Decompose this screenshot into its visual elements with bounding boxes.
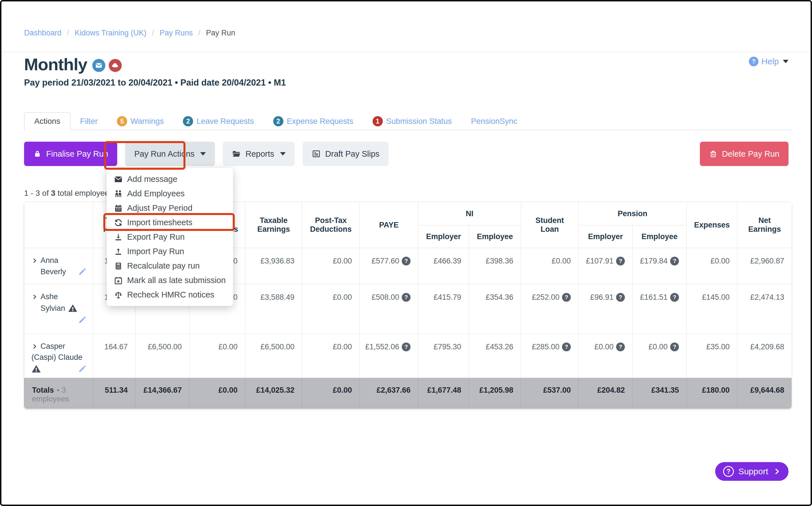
menu-item-import-timesheets[interactable]: Import timesheets: [107, 215, 233, 230]
button-label: Draft Pay Slips: [325, 149, 380, 159]
tab-expense-requests[interactable]: 2 Expense Requests: [264, 112, 363, 130]
employee-last-name[interactable]: Beverly: [40, 267, 66, 276]
tab-filter[interactable]: Filter: [71, 112, 107, 130]
help-badge-icon[interactable]: [562, 343, 571, 351]
payslip-icon: [312, 149, 321, 158]
help-badge-icon[interactable]: [616, 343, 625, 351]
button-label: Reports: [245, 149, 274, 159]
tab-label: Actions: [34, 117, 60, 126]
finalise-pay-run-button[interactable]: Finalise Pay Run: [24, 142, 117, 166]
summary-prefix: 1 - 3 of: [24, 189, 51, 197]
breadcrumb-link-dashboard[interactable]: Dashboard: [24, 29, 62, 37]
help-badge-icon[interactable]: [670, 343, 679, 351]
help-badge-icon[interactable]: [616, 293, 625, 302]
employee-name-cell: Anna Beverly: [24, 248, 93, 284]
menu-item-add-employees[interactable]: Add Employees: [107, 186, 233, 201]
menu-item-label: Add message: [127, 174, 177, 184]
chevron-right-icon: [773, 468, 781, 476]
help-icon: ?: [749, 57, 758, 66]
help-badge-icon[interactable]: [402, 257, 411, 265]
expand-row-icon[interactable]: [31, 258, 38, 264]
table-row-casper-claude: Casper (Caspi) Claude 164.67 £6,500.00 £…: [24, 334, 792, 377]
totals-label: Totals: [32, 386, 54, 394]
menu-item-export-pay-run[interactable]: Export Pay Run: [107, 230, 233, 244]
edit-pencil-icon[interactable]: [78, 364, 87, 373]
menu-item-recheck-hmrc-notices[interactable]: Recheck HMRC notices: [107, 287, 233, 302]
menu-item-label: Export Pay Run: [127, 232, 185, 242]
warnings-count-badge: 5: [117, 116, 127, 126]
support-label: Support: [738, 467, 768, 476]
tab-actions[interactable]: Actions: [24, 112, 71, 130]
employee-first-name[interactable]: Casper: [40, 342, 65, 351]
menu-item-adjust-pay-period[interactable]: Adjust Pay Period: [107, 201, 233, 215]
menu-item-recalculate-pay-run[interactable]: Recalculate pay run: [107, 259, 233, 273]
employee-first-name[interactable]: Anna: [40, 256, 58, 265]
menu-item-label: Recheck HMRC notices: [127, 290, 214, 300]
pay-period-subtitle: Pay period 21/03/2021 to 20/04/2021 • Pa…: [24, 78, 788, 88]
breadcrumb-separator: /: [198, 29, 200, 37]
employee-first-name[interactable]: Ashe: [40, 292, 58, 301]
draft-pay-slips-button[interactable]: Draft Pay Slips: [303, 142, 389, 166]
edit-pencil-icon[interactable]: [78, 315, 87, 324]
header-paye: PAYE: [360, 202, 418, 248]
lock-icon: [33, 150, 41, 158]
breadcrumb-link-pay-runs[interactable]: Pay Runs: [160, 29, 193, 37]
help-badge-icon[interactable]: [562, 293, 571, 302]
trash-icon: [709, 150, 717, 158]
help-menu[interactable]: ? Help: [749, 57, 789, 66]
delete-pay-run-button[interactable]: Delete Pay Run: [700, 142, 789, 166]
menu-item-label: Recalculate pay run: [127, 261, 200, 270]
help-badge-icon[interactable]: [402, 343, 411, 351]
calendar-x-icon: [114, 276, 123, 285]
help-badge-icon[interactable]: [670, 293, 679, 302]
divider: [1, 52, 811, 52]
button-label: Pay Run Actions: [134, 149, 195, 159]
menu-item-label: Add Employees: [127, 189, 185, 198]
summary-suffix: total employees: [56, 189, 113, 197]
calendar-icon: [114, 204, 123, 213]
menu-item-import-pay-run[interactable]: Import Pay Run: [107, 244, 233, 259]
message-icon[interactable]: [92, 59, 105, 72]
chevron-down-icon: [783, 60, 789, 63]
tab-leave-requests[interactable]: 2 Leave Requests: [173, 112, 263, 130]
help-badge-icon[interactable]: [670, 257, 679, 265]
tab-label: Leave Requests: [197, 117, 254, 126]
tab-submission-status[interactable]: 1 Submission Status: [363, 112, 462, 130]
menu-item-label: Import Pay Run: [127, 247, 184, 256]
summary-count: 3: [51, 189, 56, 197]
reports-button[interactable]: Reports: [223, 142, 295, 166]
upload-icon: [114, 247, 123, 256]
table-totals-row: Totals• 3 employees 511.34 £14,366.67 £0…: [24, 377, 792, 408]
expand-row-icon[interactable]: [31, 294, 38, 300]
employee-last-name[interactable]: Sylvian: [40, 304, 65, 313]
warning-icon: [31, 364, 41, 374]
breadcrumb-separator: /: [152, 29, 154, 37]
expand-row-icon[interactable]: [31, 343, 38, 350]
menu-item-label: Import timesheets: [127, 218, 192, 227]
cloud-icon[interactable]: [109, 59, 122, 72]
breadcrumb-current: Pay Run: [206, 29, 235, 37]
download-icon: [114, 233, 123, 241]
help-badge-icon[interactable]: [402, 293, 411, 302]
support-button[interactable]: ? Support: [715, 462, 789, 481]
employee-last-name[interactable]: (Caspi) Claude: [31, 353, 82, 362]
menu-item-mark-all-late-submission[interactable]: Mark all as late submission: [107, 273, 233, 287]
pay-run-actions-button[interactable]: Pay Run Actions: [125, 142, 215, 166]
chevron-down-icon: [280, 152, 286, 156]
menu-item-label: Mark all as late submission: [127, 276, 226, 285]
breadcrumb-link-business[interactable]: Kidows Training (UK): [75, 29, 147, 37]
submission-count-badge: 1: [373, 116, 383, 126]
breadcrumb: Dashboard / Kidows Training (UK) / Pay R…: [24, 29, 811, 37]
header-pension-employee: Employee: [632, 225, 687, 248]
header-net-earnings: Net Earnings: [737, 202, 792, 248]
tab-label: PensionSync: [471, 117, 517, 126]
toolbar: Finalise Pay Run Pay Run Actions Reports…: [24, 142, 789, 166]
tab-warnings[interactable]: 5 Warnings: [107, 112, 173, 130]
edit-pencil-icon[interactable]: [78, 267, 87, 276]
tab-pensionsync[interactable]: PensionSync: [462, 112, 527, 130]
employee-name-cell: Casper (Caspi) Claude: [24, 334, 93, 377]
pay-run-actions-dropdown: Add message Add Employees Adjust Pay Per…: [107, 168, 233, 306]
help-badge-icon[interactable]: [616, 257, 625, 265]
menu-item-add-message[interactable]: Add message: [107, 172, 233, 186]
help-label: Help: [761, 57, 779, 66]
